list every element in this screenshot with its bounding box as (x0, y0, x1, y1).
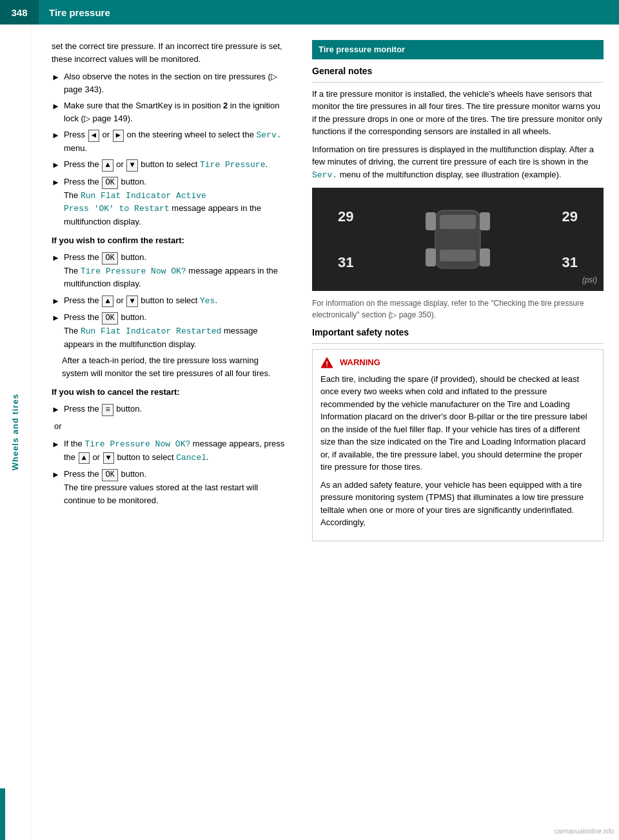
back-button: ≡ (102, 404, 113, 416)
intro-text: set the correct tire pressure. If an inc… (52, 40, 286, 65)
svg-rect-3 (426, 212, 436, 230)
bullet-arrow: ► (52, 468, 60, 481)
divider (312, 343, 604, 344)
ok-button: OK (102, 469, 117, 481)
left-column: set the correct tire pressure. If an inc… (31, 25, 302, 840)
bullet-text: Press the OK button. The tire pressure v… (64, 468, 286, 506)
ok-button: OK (102, 177, 117, 189)
bullet-text: Make sure that the SmartKey is in positi… (64, 99, 286, 125)
safety-notes-heading: Important safety notes (312, 326, 604, 339)
tire-fl: 29 (338, 206, 353, 227)
sidebar-blue-bar (0, 788, 5, 840)
bullet-arrow: ► (52, 252, 60, 265)
bullet-arrow: ► (52, 403, 60, 416)
psi-label: (psi) (582, 274, 597, 286)
ok-button: OK (102, 252, 117, 265)
bullet-arrow: ► (52, 71, 60, 84)
svg-rect-1 (440, 215, 476, 229)
bullet-item: ► Make sure that the SmartKey is in posi… (52, 99, 286, 125)
section-header-text: Tire pressure monitor (319, 45, 405, 54)
tire-fr: 29 (562, 206, 578, 227)
run-flat-restarted: Run Flat Indicator Restarted (81, 326, 221, 336)
img-caption: For information on the message display, … (312, 297, 604, 321)
bullet-arrow: ► (52, 100, 60, 113)
bullet-text: Press the OK button. The Run Flat Indica… (64, 175, 286, 228)
or-text: or (54, 420, 286, 433)
sidebar-label: Wheels and tires (10, 394, 20, 470)
right-column: Tire pressure monitor General notes If a… (302, 25, 619, 840)
cancel-restart-heading: If you wish to cancel the restart: (52, 386, 286, 399)
page-number: 348 (0, 0, 39, 25)
main-content: set the correct tire pressure. If an inc… (31, 25, 619, 840)
warning-triangle-icon: ! (320, 357, 333, 368)
after-teach-text: After a teach-in period, the tire pressu… (62, 354, 286, 379)
bullet-text: Press the ▲ or ▼ button to select Yes. (64, 294, 286, 308)
confirm-restart-heading: If you wish to confirm the restart: (52, 234, 286, 247)
bullet-arrow: ► (52, 176, 60, 189)
info-text: Information on tire pressures is display… (312, 143, 604, 182)
svg-rect-4 (480, 212, 490, 230)
ok-button: OK (102, 312, 117, 325)
watermark: carmanualonline.info (555, 828, 614, 835)
bullet-text: Press the ▲ or ▼ button to select Tire P… (64, 158, 286, 172)
bullet-item: ► Press the OK button. The Run Flat Indi… (52, 175, 286, 228)
warning-label: WARNING (340, 356, 380, 369)
up-button: ▲ (102, 295, 113, 308)
header-bar: 348 Tire pressure (0, 0, 619, 25)
bullet-item: ► If the Tire Pressure Now OK? message a… (52, 437, 286, 464)
tire-pressure-label: Tire Pressure (200, 160, 265, 170)
bullet-item: ► Press the OK button. The Tire Pressure… (52, 251, 286, 290)
bullet-item: ► Also observe the notes in the section … (52, 70, 286, 95)
run-flat-message: Run Flat Indicator ActivePress 'OK' to R… (64, 191, 206, 214)
right-button: ▶ (113, 130, 124, 142)
serv-ref: Serv. (312, 170, 337, 180)
section-header-box: Tire pressure monitor (312, 40, 604, 59)
bullet-text: Press the ≡ button. (64, 403, 286, 416)
bullet-text: Press the OK button. The Run Flat Indica… (64, 311, 286, 350)
yes-label: Yes (200, 296, 215, 306)
svg-rect-5 (426, 248, 436, 266)
bullet-item: ► Press the ▲ or ▼ button to select Yes. (52, 294, 286, 308)
page-body: Wheels and tires set the correct tire pr… (0, 25, 619, 840)
car-image-box: 29 29 31 31 (psi) (312, 188, 604, 291)
down-button: ▼ (126, 159, 137, 172)
bullet-item: ► Press the ≡ button. (52, 403, 286, 416)
svg-rect-6 (480, 248, 490, 266)
up-button: ▲ (102, 159, 113, 172)
warning-text1: Each tire, including the spare (if provi… (320, 373, 595, 474)
bullet-arrow: ► (52, 129, 60, 142)
general-notes-heading: General notes (312, 65, 604, 78)
warning-text2: As an added safety feature, your vehicle… (320, 479, 595, 529)
serv-menu: Serv. (257, 130, 282, 140)
divider (312, 82, 604, 83)
left-button: ◀ (88, 130, 99, 142)
bullet-item: ► Press ◀ or ▶ on the steering wheel to … (52, 128, 286, 154)
bullet-arrow: ► (52, 312, 60, 325)
tire-pressure-now-ok: Tire Pressure Now OK? (81, 266, 186, 276)
bullet-item: ► Press the OK button. The tire pressure… (52, 468, 286, 506)
up-button: ▲ (79, 452, 90, 465)
bullet-item: ► Press the OK button. The Run Flat Indi… (52, 311, 286, 350)
chapter-title: Tire pressure (39, 7, 110, 18)
car-svg (406, 201, 509, 278)
bullet-arrow: ► (52, 159, 60, 172)
svg-text:!: ! (326, 360, 328, 368)
svg-rect-2 (440, 250, 476, 261)
tire-pressure-now-ok2: Tire Pressure Now OK? (84, 439, 190, 449)
down-button: ▼ (126, 295, 137, 308)
tire-rr: 31 (562, 252, 578, 273)
cancel-label: Cancel (176, 453, 206, 463)
warning-title: ! WARNING (320, 356, 595, 369)
bullet-arrow: ► (52, 295, 60, 308)
bullet-text: If the Tire Pressure Now OK? message app… (64, 437, 286, 464)
tire-rl: 31 (338, 252, 353, 273)
bullet-arrow: ► (52, 438, 60, 451)
bullet-text: Press the OK button. The Tire Pressure N… (64, 251, 286, 290)
warning-box: ! WARNING Each tire, including the spare… (312, 349, 604, 541)
bullet-text: Also observe the notes in the section on… (64, 70, 286, 95)
bullet-text: Press ◀ or ▶ on the steering wheel to se… (64, 128, 286, 154)
down-button: ▼ (103, 452, 114, 465)
sidebar: Wheels and tires (0, 25, 31, 840)
bullet-item: ► Press the ▲ or ▼ button to select Tire… (52, 158, 286, 172)
general-notes-text: If a tire pressure monitor is installed,… (312, 88, 604, 138)
